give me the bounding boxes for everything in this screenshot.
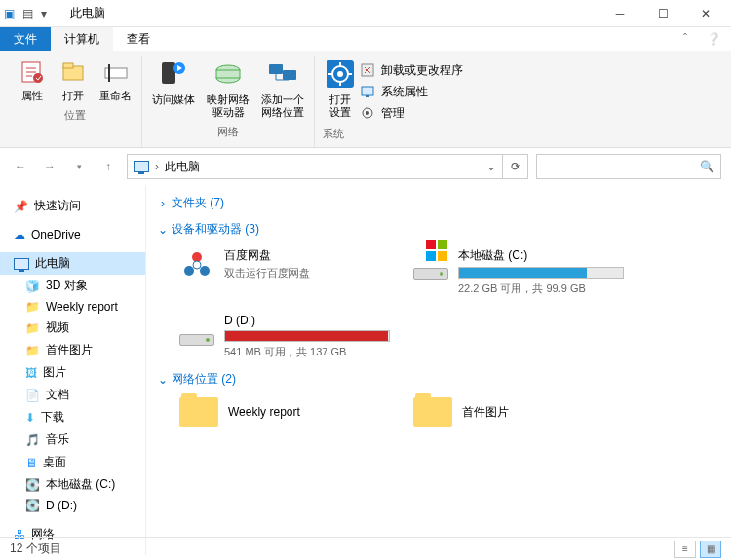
sysprops-button[interactable]: 系统属性: [358, 82, 475, 101]
view-tiles-button[interactable]: ▦: [700, 541, 721, 558]
sidebar-item-3d[interactable]: 🧊3D 对象: [0, 275, 145, 297]
drive-d-usage-bar: [224, 330, 390, 342]
folder-icon: [413, 397, 452, 427]
chevron-down-icon: ⌄: [158, 223, 168, 237]
refresh-button[interactable]: ⟳: [503, 154, 528, 179]
content-pane: › 文件夹 (7) ⌄ 设备和驱动器 (3) 百度网盘 双击运行百度网盘: [146, 185, 731, 555]
title-bar: ▣ ▤ ▾ │ 此电脑 ─ ☐ ✕: [0, 0, 731, 27]
close-button[interactable]: ✕: [684, 0, 727, 27]
svg-point-1: [33, 73, 43, 83]
svg-point-24: [366, 111, 369, 115]
svg-point-26: [184, 266, 194, 276]
ribbon-collapse-button[interactable]: ˆ: [673, 27, 697, 51]
drive-c-usage-bar: [458, 267, 624, 279]
svg-rect-10: [216, 70, 240, 78]
sidebar-item-pictures[interactable]: 🖼图片: [0, 361, 145, 384]
sidebar-item-documents[interactable]: 📄文档: [0, 384, 145, 406]
chevron-right-icon[interactable]: ›: [155, 160, 159, 173]
maximize-button[interactable]: ☐: [641, 0, 684, 27]
status-item-count: 12 个项目: [10, 541, 61, 557]
qat-dropdown-icon[interactable]: ▾: [41, 7, 47, 20]
open-settings-button[interactable]: 打开 设置: [323, 56, 358, 121]
uninstall-button[interactable]: 卸载或更改程序: [358, 60, 475, 80]
netloc-firstpic[interactable]: 首件图片: [409, 393, 624, 430]
drive-icon: [179, 314, 214, 349]
ribbon: 属性 打开 重命名 位置 访问媒体 映射网络 驱动器: [0, 51, 731, 148]
device-baidu[interactable]: 百度网盘 双击运行百度网盘: [175, 243, 390, 300]
nav-back-button[interactable]: ←: [10, 156, 31, 177]
chevron-down-icon: ⌄: [158, 373, 168, 387]
svg-rect-11: [269, 64, 283, 74]
sidebar-item-videos[interactable]: 📁视频: [0, 317, 145, 339]
svg-rect-12: [283, 70, 296, 80]
help-button[interactable]: ❔: [697, 27, 731, 51]
svg-point-15: [337, 71, 343, 77]
rename-button[interactable]: 重命名: [97, 56, 134, 104]
breadcrumb[interactable]: › 此电脑 ⌄: [127, 154, 503, 179]
qat-save-icon[interactable]: ▤: [22, 7, 33, 20]
nav-forward-button[interactable]: →: [39, 156, 60, 177]
ribbon-group-system: 打开 设置 卸载或更改程序 系统属性 管理 系统: [315, 56, 482, 147]
device-drive-c[interactable]: 本地磁盘 (C:) 22.2 GB 可用，共 99.9 GB: [409, 243, 624, 300]
map-drive-button[interactable]: 映射网络 驱动器: [205, 56, 251, 121]
address-bar: ← → ▾ ↑ › 此电脑 ⌄ ⟳ 🔍: [0, 148, 731, 185]
search-input[interactable]: 🔍: [536, 154, 721, 179]
status-bar: 12 个项目 ≡ ▦: [0, 537, 731, 560]
sidebar-item-weekly[interactable]: 📁Weekly report: [0, 297, 145, 317]
search-icon: 🔍: [700, 160, 714, 173]
sidebar-item-music[interactable]: 🎵音乐: [0, 429, 145, 451]
view-details-button[interactable]: ≡: [674, 541, 696, 558]
manage-button[interactable]: 管理: [358, 103, 475, 123]
section-devices-header[interactable]: ⌄ 设备和驱动器 (3): [158, 219, 719, 240]
svg-rect-6: [162, 62, 175, 84]
properties-button[interactable]: 属性: [16, 56, 49, 104]
nav-up-button[interactable]: ↑: [97, 156, 119, 177]
baidu-icon: [179, 247, 214, 282]
tab-file[interactable]: 文件: [0, 27, 51, 51]
sidebar-item-onedrive[interactable]: ☁OneDrive: [0, 225, 145, 244]
device-drive-d[interactable]: D (D:) 541 MB 可用，共 137 GB: [175, 310, 390, 363]
chevron-right-icon: ›: [158, 197, 168, 210]
svg-point-27: [200, 266, 210, 276]
add-netloc-button[interactable]: 添加一个 网络位置: [259, 56, 306, 121]
thispc-icon: [134, 161, 149, 172]
sidebar-item-drive-c[interactable]: 💽本地磁盘 (C:): [0, 473, 145, 496]
window-title: 此电脑: [70, 5, 105, 21]
ribbon-group-location: 属性 打开 重命名 位置: [8, 56, 142, 147]
tab-computer[interactable]: 计算机: [51, 27, 113, 51]
netloc-weekly[interactable]: Weekly report: [175, 393, 390, 430]
navigation-pane: 📌快速访问 ☁OneDrive 此电脑 🧊3D 对象 📁Weekly repor…: [0, 185, 146, 555]
minimize-button[interactable]: ─: [598, 0, 641, 27]
sidebar-item-downloads[interactable]: ⬇下载: [0, 406, 145, 429]
nav-recent-dropdown[interactable]: ▾: [68, 156, 90, 177]
tab-view[interactable]: 查看: [113, 27, 164, 51]
breadcrumb-thispc[interactable]: 此电脑: [165, 159, 200, 175]
section-folders-header[interactable]: › 文件夹 (7): [158, 193, 719, 213]
sidebar-item-firstpic[interactable]: 📁首件图片: [0, 339, 145, 361]
svg-rect-21: [362, 87, 373, 95]
sidebar-item-thispc[interactable]: 此电脑: [0, 252, 145, 275]
svg-point-28: [193, 261, 201, 269]
svg-rect-22: [366, 95, 369, 97]
sidebar-item-quick-access[interactable]: 📌快速访问: [0, 195, 145, 217]
svg-rect-5: [108, 64, 110, 82]
section-netloc-header[interactable]: ⌄ 网络位置 (2): [158, 369, 719, 390]
sidebar-item-desktop[interactable]: 🖥桌面: [0, 451, 145, 473]
open-button[interactable]: 打开: [57, 56, 90, 104]
chevron-down-icon[interactable]: ⌄: [486, 160, 496, 173]
drive-icon: [413, 247, 448, 282]
svg-rect-3: [63, 63, 73, 68]
ribbon-group-network: 访问媒体 映射网络 驱动器 添加一个 网络位置 网络: [142, 56, 315, 147]
folder-icon: [179, 397, 218, 427]
monitor-icon: [14, 258, 29, 270]
app-icon: ▣: [4, 7, 15, 20]
ribbon-tabs: 文件 计算机 查看 ˆ ❔: [0, 27, 731, 51]
sidebar-item-drive-d[interactable]: 💽D (D:): [0, 496, 145, 515]
access-media-button[interactable]: 访问媒体: [150, 56, 197, 108]
